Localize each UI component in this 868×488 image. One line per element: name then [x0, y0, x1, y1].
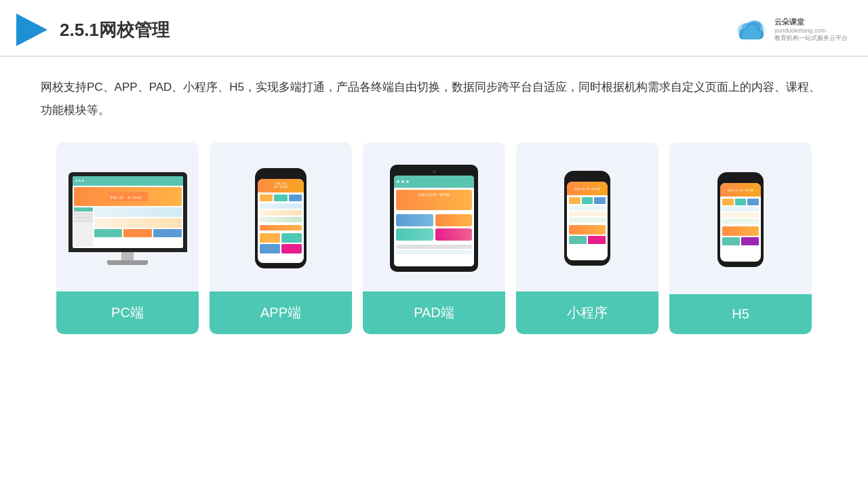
card-app: 职途人的第一堂问题 — [210, 142, 352, 334]
card-pad: 职途人的 第一堂问题 PAD端 — [363, 142, 505, 334]
card-pc-image: 职途人的第一堂问题 — [56, 142, 199, 291]
play-icon — [14, 12, 49, 47]
card-miniprogram-image: 职途人的 第一堂问题 — [516, 142, 658, 291]
card-h5: 职途人的 第一堂问题 — [669, 142, 812, 334]
cloud-logo-icon — [732, 16, 770, 43]
card-app-image: 职途人的第一堂问题 — [210, 142, 352, 291]
h5-phone-mockup: 职途人的 第一堂问题 — [717, 172, 764, 267]
logo-url: yunduoketang.com — [774, 27, 848, 34]
logo-text: 云朵课堂 yunduoketang.com 教育机构一站式服务云平台 — [774, 17, 848, 43]
header-left: 2.5.1网校管理 — [14, 12, 170, 47]
pc-monitor-mockup: 职途人的第一堂问题 — [67, 172, 188, 265]
card-pc: 职途人的第一堂问题 — [56, 142, 199, 334]
logo-area: 云朵课堂 yunduoketang.com 教育机构一站式服务云平台 — [732, 16, 848, 43]
logo-slogan: 教育机构一站式服务云平台 — [774, 34, 848, 43]
pad-tablet-mockup: 职途人的 第一堂问题 — [390, 165, 478, 272]
svg-text:职途人的: 职途人的 — [110, 195, 123, 199]
app-phone-mockup: 职途人的第一堂问题 — [255, 168, 307, 268]
card-pad-image: 职途人的 第一堂问题 — [363, 142, 505, 291]
card-pc-label: PC端 — [56, 291, 199, 334]
svg-text:第一堂问题: 第一堂问题 — [127, 196, 141, 199]
cards-container: 职途人的第一堂问题 — [0, 136, 868, 334]
card-h5-label: H5 — [669, 294, 812, 334]
header: 2.5.1网校管理 云朵课堂 yunduoketang.com 教育机构一站式服… — [0, 0, 868, 57]
miniprogram-phone-mockup: 职途人的 第一堂问题 — [564, 171, 610, 266]
page-title: 2.5.1网校管理 — [60, 18, 170, 42]
card-miniprogram: 职途人的 第一堂问题 — [516, 142, 658, 334]
description-content: 网校支持PC、APP、PAD、小程序、H5，实现多端打通，产品各终端自由切换，数… — [41, 81, 821, 117]
description-text: 网校支持PC、APP、PAD、小程序、H5，实现多端打通，产品各终端自由切换，数… — [0, 57, 868, 136]
card-pad-label: PAD端 — [363, 291, 505, 334]
svg-marker-0 — [16, 14, 47, 46]
card-miniprogram-label: 小程序 — [516, 291, 658, 334]
card-h5-image: 职途人的 第一堂问题 — [669, 142, 812, 294]
logo-brand-name: 云朵课堂 — [774, 17, 848, 27]
card-app-label: APP端 — [210, 291, 352, 334]
